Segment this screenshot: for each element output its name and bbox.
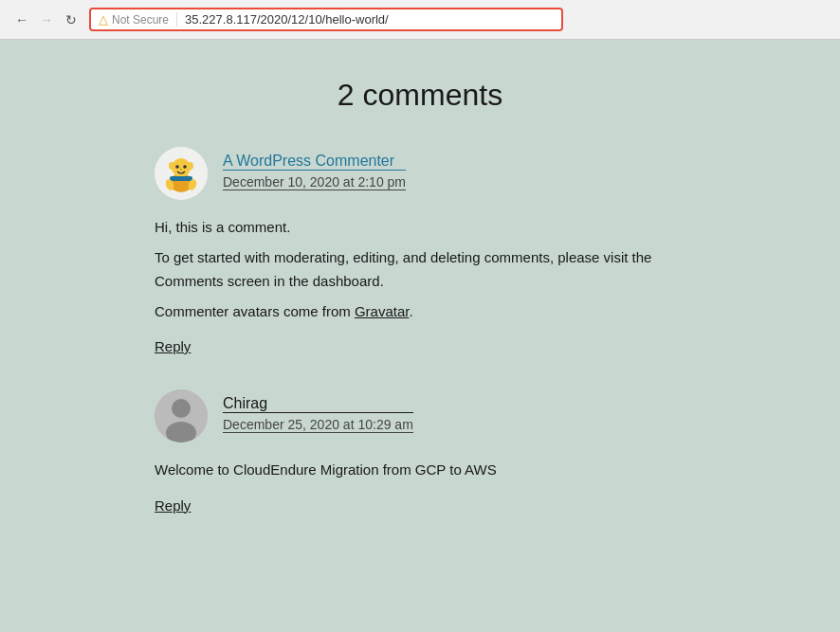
reply-button[interactable]: Reply [155, 497, 191, 514]
svg-point-12 [172, 399, 191, 418]
nav-buttons: ← → ↻ [11, 9, 82, 30]
comment-body: Hi, this is a comment. To get started wi… [155, 215, 685, 323]
svg-point-5 [180, 169, 182, 171]
svg-point-6 [169, 162, 174, 170]
address-bar[interactable]: △ Not Secure 35.227.8.117/2020/12/10/hel… [89, 8, 563, 31]
svg-point-7 [188, 162, 193, 170]
comment-meta: Chirag December 25, 2020 at 10:29 am [223, 389, 413, 433]
svg-point-2 [172, 158, 191, 177]
comment-date[interactable]: December 25, 2020 at 10:29 am [223, 417, 413, 433]
warning-icon: △ [99, 12, 108, 27]
page-content: 2 comments [0, 40, 840, 605]
commenter-name: Chirag [223, 395, 413, 413]
comment-item: Chirag December 25, 2020 at 10:29 am Wel… [155, 389, 685, 515]
comments-title: 2 comments [338, 78, 502, 113]
url-display: 35.227.8.117/2020/12/10/hello-world/ [185, 12, 389, 27]
avatar [155, 389, 208, 442]
comment-header: A WordPress Commenter December 10, 2020 … [155, 147, 685, 200]
commenter-name[interactable]: A WordPress Commenter [223, 153, 406, 171]
not-secure-label: Not Secure [112, 13, 169, 27]
comments-container: A WordPress Commenter December 10, 2020 … [155, 147, 685, 549]
comment-text-line-3: Commenter avatars come from Gravatar. [155, 299, 685, 324]
browser-chrome: ← → ↻ △ Not Secure 35.227.8.117/2020/12/… [0, 0, 840, 40]
comment-text-line-1: Hi, this is a comment. [155, 215, 685, 240]
reply-button[interactable]: Reply [155, 338, 191, 354]
comment-item: A WordPress Commenter December 10, 2020 … [155, 147, 685, 355]
back-button[interactable]: ← [11, 9, 32, 30]
comment-body: Welcome to CloudEndure Migration from GC… [155, 458, 685, 482]
comment-meta: A WordPress Commenter December 10, 2020 … [223, 147, 406, 190]
comment-date[interactable]: December 10, 2020 at 2:10 pm [223, 174, 406, 190]
comment-text-line-2: To get started with moderating, editing,… [155, 245, 685, 294]
reload-button[interactable]: ↻ [61, 9, 82, 30]
comment-text-line-1: Welcome to CloudEndure Migration from GC… [155, 458, 685, 482]
svg-rect-8 [170, 176, 192, 181]
svg-point-3 [175, 165, 179, 169]
not-secure-badge: △ Not Secure [99, 12, 177, 27]
gravatar-link[interactable]: Gravatar [355, 303, 410, 319]
forward-button[interactable]: → [36, 9, 57, 30]
svg-point-4 [183, 165, 187, 169]
comment-header: Chirag December 25, 2020 at 10:29 am [155, 389, 685, 442]
avatar [155, 147, 208, 200]
